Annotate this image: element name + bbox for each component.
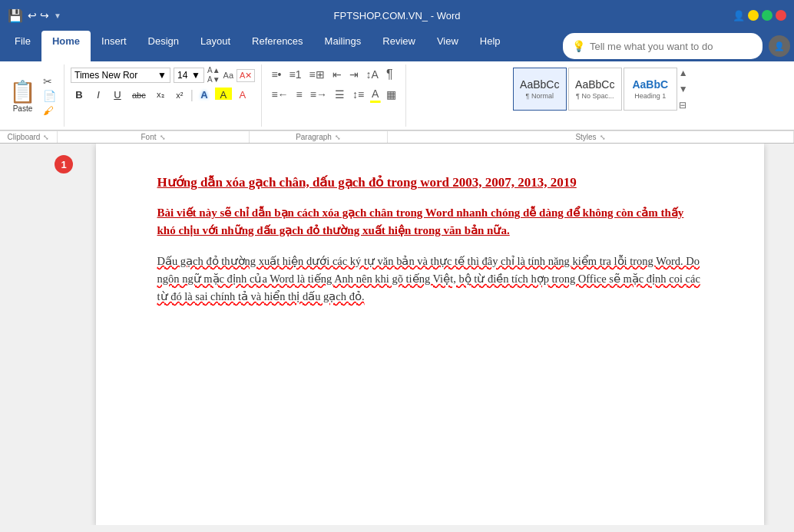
style-nospace[interactable]: AaBbCc ¶ No Spac...	[568, 68, 622, 111]
tab-home[interactable]: Home	[41, 31, 91, 61]
ribbon-content: 📋 Paste ✂ 📄 🖌 Times New Ror ▼	[0, 61, 794, 131]
tab-layout[interactable]: Layout	[190, 31, 241, 61]
text-effect-button[interactable]: A	[196, 88, 213, 102]
style-heading-label: Heading 1	[634, 92, 666, 100]
font-size-inc-dec: A▲ A▼	[207, 66, 220, 84]
style-normal-preview: AaBbCc	[520, 78, 559, 91]
close-button[interactable]	[776, 10, 786, 21]
align-left-button[interactable]: ≡←	[268, 87, 291, 102]
clear-format-button[interactable]: A✕	[237, 69, 255, 82]
tab-mailings[interactable]: Mailings	[314, 31, 372, 61]
show-formatting-button[interactable]: ¶	[383, 66, 396, 83]
paragraph-list-row: ≡• ≡1 ≡⊞ ⇤ ⇥ ↕A ¶	[268, 66, 395, 83]
tab-view[interactable]: View	[426, 31, 469, 61]
tell-me-bar[interactable]: 💡	[563, 33, 763, 59]
style-heading-preview: AaBbC	[632, 78, 668, 91]
multilevel-button[interactable]: ≡⊞	[306, 67, 327, 82]
tab-help[interactable]: Help	[469, 31, 511, 61]
font-case-button[interactable]: Aa	[223, 71, 233, 80]
paste-label: Paste	[13, 104, 33, 113]
document-intro: Bài viết này sẽ chỉ dẫn bạn cách xóa gạc…	[157, 204, 703, 239]
paste-button[interactable]: 📋 Paste	[6, 78, 39, 114]
styles-expand[interactable]: ⊟	[679, 100, 688, 111]
style-nospace-preview: AaBbCc	[575, 78, 614, 91]
superscript-button[interactable]: x²	[171, 89, 188, 101]
maximize-button[interactable]	[762, 10, 772, 21]
tab-references[interactable]: References	[241, 31, 313, 61]
minimize-button[interactable]	[748, 10, 759, 21]
increase-indent-button[interactable]: ⇥	[346, 67, 362, 82]
line-spacing-button[interactable]: ↕≡	[349, 87, 367, 102]
document-area: 1 Hướng dẫn xóa gạch chân, dấu gạch đỏ t…	[0, 144, 794, 525]
shading-button[interactable]: A	[369, 86, 382, 103]
text-highlight-button[interactable]: A	[215, 88, 232, 102]
title-bar: 💾 ↩ ↪ ▼ FPTSHOP.COM.VN_ - Word 👤	[0, 0, 794, 31]
user-avatar[interactable]: 👤	[769, 35, 790, 57]
align-right-button[interactable]: ≡→	[307, 87, 330, 102]
avatar-icon: 👤	[774, 41, 785, 51]
user-account-icon[interactable]: 👤	[733, 10, 745, 21]
font-family-select[interactable]: Times New Ror ▼	[71, 68, 170, 83]
document-title: Hướng dẫn xóa gạch chân, dấu gạch đỏ tro…	[157, 174, 703, 190]
paragraph-group: ≡• ≡1 ≡⊞ ⇤ ⇥ ↕A ¶ ≡← ≡ ≡→ ☰ ↕≡ A ▦	[262, 64, 406, 127]
clipboard-group: 📋 Paste ✂ 📄 🖌	[0, 64, 65, 127]
clipboard-expand[interactable]: ⤡	[43, 134, 49, 141]
right-margin	[779, 144, 794, 525]
left-margin: 1	[0, 144, 81, 525]
subscript-button[interactable]: x₂	[152, 88, 169, 101]
font-color-button[interactable]: A	[234, 88, 251, 102]
font-size-decrease[interactable]: A▼	[207, 75, 220, 84]
tab-design[interactable]: Design	[137, 31, 190, 61]
font-expand[interactable]: ⤡	[160, 134, 166, 141]
format-painter-button[interactable]: 🖌	[41, 104, 58, 117]
numbering-button[interactable]: ≡1	[286, 67, 304, 82]
styles-content: AaBbCc ¶ Normal AaBbCc ¶ No Spac... AaBb…	[513, 66, 688, 112]
tab-review[interactable]: Review	[372, 31, 426, 61]
tab-insert[interactable]: Insert	[91, 31, 137, 61]
font-size-select[interactable]: 14 ▼	[174, 68, 204, 83]
font-family-arrow: ▼	[157, 70, 167, 81]
paragraph-content: ≡• ≡1 ≡⊞ ⇤ ⇥ ↕A ¶ ≡← ≡ ≡→ ☰ ↕≡ A ▦	[268, 66, 399, 125]
decrease-indent-button[interactable]: ⇤	[329, 67, 345, 82]
clipboard-content: 📋 Paste ✂ 📄 🖌	[6, 66, 58, 125]
undo-button[interactable]: ↩	[28, 9, 37, 21]
strikethrough-button[interactable]: abc	[128, 89, 150, 101]
window-controls: 👤	[733, 10, 786, 21]
quick-access-dropdown[interactable]: ▼	[54, 12, 61, 20]
document-page[interactable]: Hướng dẫn xóa gạch chân, dấu gạch đỏ tro…	[96, 144, 764, 525]
style-normal[interactable]: AaBbCc ¶ Normal	[513, 68, 567, 111]
tell-me-input[interactable]	[590, 41, 753, 52]
page-wrap: Hướng dẫn xóa gạch chân, dấu gạch đỏ tro…	[81, 144, 779, 525]
font-family-value: Times New Ror	[74, 70, 137, 81]
justify-button[interactable]: ☰	[332, 87, 348, 102]
paragraph-expand[interactable]: ⤡	[335, 134, 341, 141]
bold-button[interactable]: B	[71, 88, 88, 102]
tab-file[interactable]: File	[4, 31, 41, 61]
sort-button[interactable]: ↕A	[363, 67, 382, 82]
borders-button[interactable]: ▦	[383, 87, 399, 102]
bullets-button[interactable]: ≡•	[268, 67, 284, 82]
save-icon[interactable]: 💾	[8, 8, 23, 23]
cut-button[interactable]: ✂	[41, 74, 58, 88]
styles-scroll-down[interactable]: ▼	[679, 84, 688, 94]
style-heading1[interactable]: AaBbC Heading 1	[624, 68, 677, 111]
styles-scroll-up[interactable]: ▲	[679, 68, 688, 78]
font-label: Font ⤡	[58, 131, 250, 143]
underline-button[interactable]: U	[109, 88, 126, 102]
font-size-increase[interactable]: A▲	[207, 66, 220, 75]
font-group: Times New Ror ▼ 14 ▼ A▲ A▼ Aa A✕ B	[65, 64, 262, 127]
copy-button[interactable]: 📄	[41, 89, 58, 103]
document-body-text: Dấu gạch đỏ thường xuất hiện dưới các ký…	[157, 255, 700, 302]
redo-button[interactable]: ↪	[40, 9, 49, 21]
align-center-button[interactable]: ≡	[293, 87, 306, 102]
styles-label: Styles ⤡	[388, 131, 794, 143]
annotation-number: 1	[61, 159, 66, 170]
title-bar-left: 💾 ↩ ↪ ▼	[8, 8, 61, 23]
paragraph-align-row: ≡← ≡ ≡→ ☰ ↕≡ A ▦	[268, 86, 399, 103]
undo-redo-group: ↩ ↪	[28, 9, 49, 21]
document-body: Dấu gạch đỏ thường xuất hiện dưới các ký…	[157, 253, 703, 306]
italic-button[interactable]: I	[90, 88, 107, 102]
clipboard-label: Clipboard ⤡	[0, 131, 58, 143]
annotation-badge-1[interactable]: 1	[55, 155, 73, 173]
styles-expand-icon[interactable]: ⤡	[600, 134, 606, 141]
